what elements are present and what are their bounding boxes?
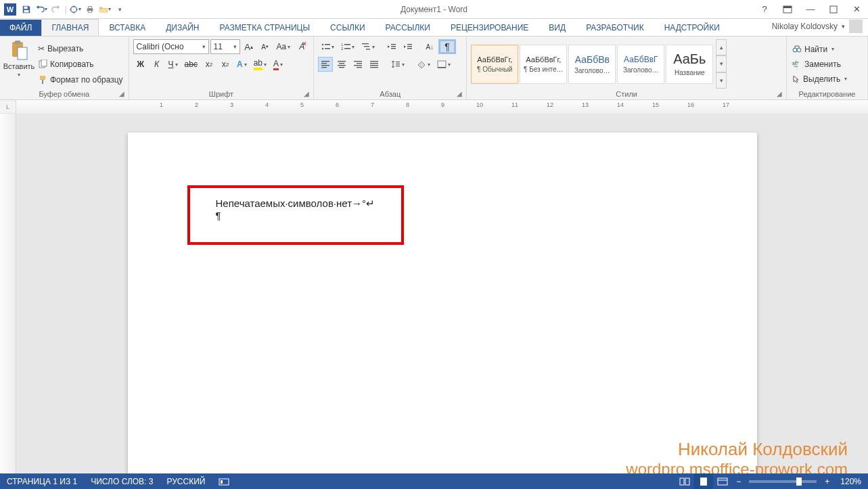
qat-open-icon[interactable]: ▾ (97, 2, 112, 17)
style-tile-3[interactable]: АаБбВвГЗаголово… (617, 45, 664, 84)
document-area: Непечатаемых·символов·нет→°↵ ¶ Николай К… (0, 114, 868, 488)
horizontal-ruler[interactable]: 1234567891011121314151617 (16, 100, 868, 114)
dialog-launcher-icon[interactable]: ◢ (302, 90, 311, 98)
tab-2[interactable]: ДИЗАЙН (156, 19, 209, 36)
view-print-layout-button[interactable] (694, 473, 713, 489)
style-tile-1[interactable]: АаБбВвГг,¶ Без инте… (520, 45, 567, 84)
tab-3[interactable]: РАЗМЕТКА СТРАНИЦЫ (210, 19, 321, 36)
document-text-line[interactable]: Непечатаемых·символов·нет→°↵ (216, 197, 382, 210)
multilevel-list-button[interactable]: ▾ (359, 39, 378, 54)
tab-8[interactable]: РАЗРАБОТЧИК (576, 19, 654, 36)
scroll-down-icon[interactable]: ▾ (716, 55, 727, 72)
text-effects-button[interactable]: A▾ (234, 57, 250, 72)
increase-indent-button[interactable] (401, 39, 415, 54)
qat-touch-mode-icon[interactable]: ▾ (68, 2, 83, 17)
status-language[interactable]: РУССКИЙ (160, 473, 212, 489)
group-styles: АаБбВвГг,¶ ОбычныйАаБбВвГг,¶ Без инте…Аа… (467, 37, 787, 99)
tab-7[interactable]: ВИД (539, 19, 576, 36)
font-name-combo[interactable]: Calibri (Осно▾ (133, 39, 209, 54)
qat-quick-print-icon[interactable] (83, 2, 97, 17)
svg-point-55 (797, 48, 801, 52)
scroll-up-icon[interactable]: ▴ (716, 39, 727, 55)
styles-expand-icon[interactable]: ▾ (716, 72, 727, 89)
change-case-button[interactable]: Aa▾ (274, 39, 294, 54)
grow-font-button[interactable]: A▴ (242, 39, 256, 54)
ribbon-display-icon[interactable] (779, 3, 796, 16)
format-painter-button[interactable]: Формат по образцу (37, 73, 124, 87)
justify-button[interactable] (367, 57, 382, 72)
shading-button[interactable]: ▾ (414, 57, 433, 72)
underline-button[interactable]: Ч▾ (166, 57, 181, 72)
align-left-button[interactable] (318, 57, 333, 72)
superscript-button[interactable]: x2 (218, 57, 233, 72)
ribbon: Вставить ▾ ✂Вырезать Копировать Формат п… (0, 37, 868, 100)
borders-button[interactable]: ▾ (434, 57, 453, 72)
show-hide-paragraph-button[interactable]: ¶ (438, 39, 456, 54)
zoom-level[interactable]: 120% (833, 477, 868, 486)
word-app-icon: W (4, 3, 16, 16)
font-size-combo[interactable]: 11▾ (210, 39, 240, 54)
tab-file[interactable]: ФАЙЛ (0, 20, 41, 36)
dialog-launcher-icon[interactable]: ◢ (775, 90, 783, 98)
bullets-button[interactable]: ▾ (318, 39, 337, 54)
style-tile-4[interactable]: АаБьНазвание (666, 45, 713, 84)
svg-rect-48 (370, 67, 378, 68)
qat-customize-icon[interactable]: ▾ (112, 2, 127, 17)
minimize-icon[interactable]: — (802, 3, 819, 16)
cut-button[interactable]: ✂Вырезать (37, 42, 124, 55)
paste-button[interactable]: Вставить ▾ (4, 39, 34, 89)
svg-rect-4 (88, 6, 91, 8)
tab-9[interactable]: НАДСТРОЙКИ (654, 19, 730, 36)
select-button[interactable]: Выделить▾ (791, 72, 848, 86)
styles-scrollbar[interactable]: ▴ ▾ ▾ (716, 39, 727, 89)
dialog-launcher-icon[interactable]: ◢ (455, 90, 463, 98)
style-tile-2[interactable]: АаБбВвЗаголово… (568, 45, 616, 84)
qat-save-icon[interactable] (19, 2, 34, 17)
pilcrow-mark[interactable]: ¶ (216, 210, 382, 221)
tab-5[interactable]: РАССЫЛКИ (375, 19, 440, 36)
tab-0[interactable]: ГЛАВНАЯ (41, 19, 99, 36)
view-read-mode-button[interactable] (675, 473, 694, 489)
zoom-in-button[interactable]: + (821, 477, 833, 486)
ribbon-tabstrip: ФАЙЛГЛАВНАЯВСТАВКАДИЗАЙНРАЗМЕТКА СТРАНИЦ… (0, 19, 868, 37)
clear-formatting-button[interactable]: A✕ (294, 39, 309, 54)
qat-undo-icon[interactable]: ▾ (34, 2, 49, 17)
find-button[interactable]: Найти▾ (791, 43, 848, 56)
sort-button[interactable]: A↓ (422, 39, 437, 54)
qat-redo-icon[interactable] (49, 2, 64, 17)
tab-6[interactable]: РЕЦЕНЗИРОВАНИЕ (440, 19, 539, 36)
close-icon[interactable]: ✕ (848, 3, 865, 16)
vertical-ruler[interactable] (0, 114, 16, 488)
shrink-font-button[interactable]: A▾ (258, 39, 273, 54)
help-icon[interactable]: ? (756, 3, 773, 16)
copy-button[interactable]: Копировать (37, 57, 124, 71)
zoom-out-button[interactable]: − (732, 477, 745, 486)
status-macro-icon[interactable] (212, 473, 236, 489)
line-spacing-button[interactable]: ▾ (388, 57, 407, 72)
tab-1[interactable]: ВСТАВКА (99, 19, 156, 36)
subscript-button[interactable]: x2 (202, 57, 216, 72)
replace-button[interactable]: abЗаменить (791, 57, 848, 71)
highlighted-text-region: Непечатаемых·символов·нет→°↵ ¶ (187, 185, 404, 245)
chevron-down-icon: ▾ (18, 72, 20, 78)
font-color-button[interactable]: A▾ (271, 57, 285, 72)
maximize-icon[interactable] (825, 3, 842, 16)
align-right-button[interactable] (350, 57, 365, 72)
italic-button[interactable]: К (150, 57, 164, 72)
highlight-button[interactable]: ab▾ (251, 57, 269, 72)
tab-selector[interactable]: L (0, 100, 16, 113)
numbering-button[interactable]: 12▾ (338, 39, 357, 54)
decrease-indent-button[interactable] (384, 39, 399, 54)
style-tile-0[interactable]: АаБбВвГг,¶ Обычный (471, 45, 518, 84)
dialog-launcher-icon[interactable]: ◢ (118, 90, 126, 98)
zoom-slider[interactable] (749, 480, 817, 483)
view-web-layout-button[interactable] (713, 473, 732, 489)
bold-button[interactable]: Ж (133, 57, 148, 72)
status-page[interactable]: СТРАНИЦА 1 ИЗ 1 (0, 473, 84, 489)
document-canvas[interactable]: Непечатаемых·символов·нет→°↵ ¶ Николай К… (16, 114, 868, 488)
strikethrough-button[interactable]: abc (182, 57, 200, 72)
account-menu[interactable]: Nikolay Koldovsky ▾ (767, 17, 868, 36)
tab-4[interactable]: ССЫЛКИ (320, 19, 375, 36)
align-center-button[interactable] (334, 57, 349, 72)
status-word-count[interactable]: ЧИСЛО СЛОВ: 3 (84, 473, 160, 489)
